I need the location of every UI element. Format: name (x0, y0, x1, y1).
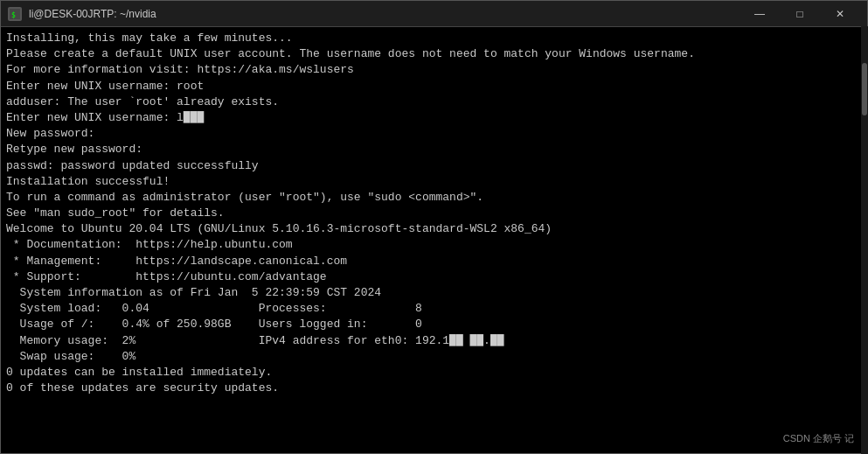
svg-text:$: $ (11, 11, 16, 19)
terminal-line: * Documentation: https://help.ubuntu.com (6, 237, 862, 253)
close-button[interactable]: ✕ (820, 1, 860, 27)
terminal-line: 0 updates can be installed immediately. (6, 365, 862, 381)
terminal-line: * Support: https://ubuntu.com/advantage (6, 269, 862, 285)
minimize-button[interactable]: — (740, 1, 780, 27)
terminal-line: See "man sudo_root" for details. (6, 206, 862, 221)
scrollbar-thumb[interactable] (862, 63, 867, 115)
terminal-line: To run a command as administrator (user … (6, 190, 862, 206)
terminal-line: Please create a default UNIX user accoun… (6, 46, 862, 62)
window-controls[interactable]: — □ ✕ (740, 1, 860, 27)
terminal-line: 0 of these updates are security updates. (6, 381, 862, 396)
title-bar: $ li@DESK-00JRTP: ~/nvidia — □ ✕ (1, 1, 867, 27)
terminal-line: Enter new UNIX username: l███ (6, 110, 862, 126)
terminal-line: Enter new UNIX username: root (6, 79, 862, 94)
terminal-line: adduser: The user `root' already exists. (6, 94, 862, 110)
maximize-button[interactable]: □ (780, 1, 820, 27)
terminal-line: Usage of /: 0.4% of 250.98GB Users logge… (6, 317, 862, 332)
window-title: li@DESK-00JRTP: ~/nvidia (29, 8, 156, 20)
terminal-line: Installation successful! (6, 174, 862, 190)
terminal-line: For more information visit: https://aka.… (6, 62, 862, 78)
scrollbar[interactable] (861, 26, 868, 454)
terminal-line: System load: 0.04 Processes: 8 (6, 301, 862, 317)
watermark: CSDN 企鹅号 记 (780, 430, 858, 447)
terminal-line: Installing, this may take a few minutes.… (6, 31, 862, 46)
terminal-line: System information as of Fri Jan 5 22:39… (6, 285, 862, 301)
title-bar-left: $ li@DESK-00JRTP: ~/nvidia (8, 7, 156, 21)
terminal-icon: $ (8, 7, 22, 21)
terminal-line: passwd: password updated successfully (6, 158, 862, 174)
terminal-line: New password: (6, 126, 862, 142)
terminal-line: Retype new password: (6, 142, 862, 157)
terminal-line: Memory usage: 2% IPv4 address for eth0: … (6, 333, 862, 349)
terminal-body[interactable]: Installing, this may take a few minutes.… (1, 27, 867, 453)
terminal-line: Welcome to Ubuntu 20.04 LTS (GNU/Linux 5… (6, 221, 862, 237)
terminal-window: $ li@DESK-00JRTP: ~/nvidia — □ ✕ Install… (0, 0, 868, 454)
terminal-line: * Management: https://landscape.canonica… (6, 254, 862, 269)
terminal-line: Swap usage: 0% (6, 349, 862, 365)
